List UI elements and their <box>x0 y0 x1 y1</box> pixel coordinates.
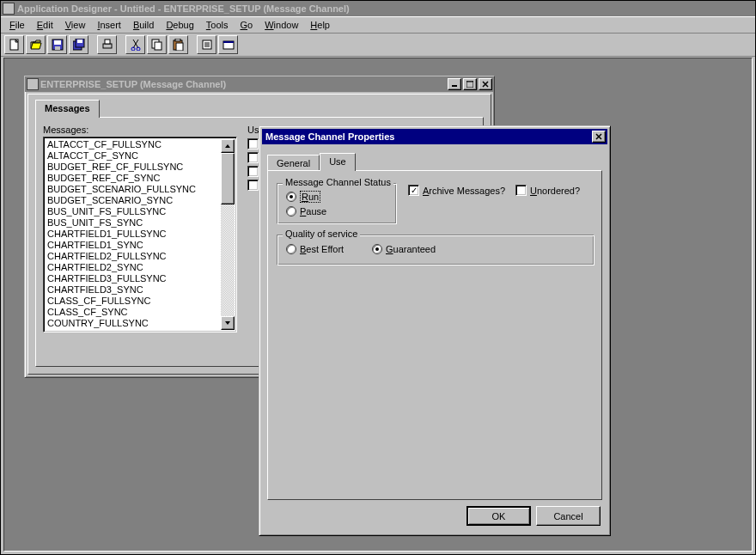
unordered-checkbox[interactable] <box>515 185 527 196</box>
qos-groupbox: Quality of service Best Effort Guarantee… <box>277 235 594 265</box>
radio-pause[interactable]: Pause <box>286 206 326 217</box>
messages-list-content: ALTACCT_CF_FULLSYNCALTACCT_CF_SYNCBUDGET… <box>46 139 221 330</box>
tab-use[interactable]: Use <box>320 153 356 171</box>
radio-best-effort[interactable]: Best Effort <box>286 244 344 254</box>
tb-props-icon[interactable] <box>197 35 216 54</box>
close-button[interactable] <box>479 78 492 90</box>
svg-rect-3 <box>55 46 60 50</box>
svg-rect-2 <box>54 40 61 45</box>
menu-file[interactable]: File <box>4 18 30 32</box>
app-icon <box>3 3 15 15</box>
tb-build-icon[interactable] <box>218 35 238 54</box>
list-item[interactable]: BUDGET_REF_CF_SYNC <box>46 173 221 184</box>
status-legend: Message Channel Status <box>283 177 393 187</box>
child-tabstrip: Messages <box>35 100 100 118</box>
minimize-button[interactable] <box>448 78 461 90</box>
tb-open-icon[interactable] <box>26 35 46 54</box>
cancel-button[interactable]: Cancel <box>536 506 601 526</box>
list-item[interactable]: ALTACCT_CF_SYNC <box>46 150 221 162</box>
svg-rect-12 <box>155 42 162 50</box>
menu-tools[interactable]: Tools <box>201 18 234 32</box>
tab-messages[interactable]: Messages <box>35 100 100 118</box>
list-item[interactable]: BUS_UNIT_FS_FULLSYNC <box>46 206 221 217</box>
archive-checkbox[interactable]: ✓ <box>408 185 419 196</box>
toolbar <box>1 33 755 57</box>
list-item[interactable]: CHARTFIELD3_FULLSYNC <box>46 273 221 284</box>
svg-rect-21 <box>223 41 234 43</box>
main-title: Application Designer - Untitled - ENTERP… <box>17 3 753 14</box>
dialog-tabstrip: General Use <box>267 153 356 171</box>
list-item[interactable]: CHARTFIELD2_FULLSYNC <box>46 251 221 262</box>
list-item[interactable]: CHARTFIELD2_SYNC <box>46 262 221 273</box>
tb-paste-icon[interactable] <box>168 35 188 54</box>
qos-legend: Quality of service <box>283 229 360 239</box>
messages-scrollbar[interactable] <box>221 139 235 330</box>
svg-rect-7 <box>103 44 112 48</box>
list-item[interactable]: CLASS_CF_SYNC <box>46 307 221 318</box>
tb-new-icon[interactable] <box>4 35 24 54</box>
list-item[interactable]: ALTACCT_CF_FULLSYNC <box>46 139 221 150</box>
dialog-tabpanel: Message Channel Status Run Pause ✓ Archi… <box>267 170 602 500</box>
tab-general[interactable]: General <box>267 155 320 171</box>
dialog-titlebar: Message Channel Properties <box>262 129 607 144</box>
scroll-up-button[interactable] <box>221 139 235 153</box>
tb-save-icon[interactable] <box>47 35 67 54</box>
menu-window[interactable]: Window <box>259 18 303 32</box>
radio-guaranteed-circle <box>372 244 382 254</box>
list-item[interactable]: BUDGET_SCENARIO_FULLSYNC <box>46 184 221 195</box>
dialog-body: General Use Message Channel Status Run P… <box>262 146 607 533</box>
list-item[interactable]: CHARTFIELD3_SYNC <box>46 284 221 296</box>
menu-help[interactable]: Help <box>305 18 335 32</box>
main-titlebar: Application Designer - Untitled - ENTERP… <box>1 1 755 16</box>
svg-rect-6 <box>77 40 82 43</box>
menu-view[interactable]: View <box>60 18 91 32</box>
menu-go[interactable]: Go <box>235 18 259 32</box>
menu-insert[interactable]: Insert <box>92 18 126 32</box>
radio-guaranteed[interactable]: Guaranteed <box>372 244 436 254</box>
list-item[interactable]: COUNTRY_FULLSYNC <box>46 318 221 329</box>
list-item[interactable]: CHARTFIELD1_FULLSYNC <box>46 229 221 240</box>
radio-pause-circle <box>286 206 296 217</box>
tb-saveall-icon[interactable] <box>69 35 88 54</box>
radio-run-circle <box>286 192 296 202</box>
maximize-button[interactable] <box>463 78 477 90</box>
dialog-title: Message Channel Properties <box>265 131 590 142</box>
unordered-checkbox-row[interactable]: Unordered? <box>515 185 580 196</box>
ok-button[interactable]: OK <box>466 506 531 526</box>
svg-rect-14 <box>176 43 183 51</box>
used-check-3[interactable] <box>247 166 259 177</box>
tb-cut-icon[interactable] <box>125 35 145 54</box>
child-icon <box>27 78 39 90</box>
menu-debug[interactable]: Debug <box>161 18 198 32</box>
radio-best-effort-circle <box>286 244 296 254</box>
svg-rect-15 <box>175 39 180 41</box>
used-check-4[interactable] <box>247 180 259 191</box>
used-check-2[interactable] <box>247 152 259 163</box>
child-title: ENTERPRISE_SETUP (Message Channel) <box>40 79 446 89</box>
dialog-close-button[interactable] <box>592 131 606 143</box>
list-item[interactable]: BUS_UNIT_FS_SYNC <box>46 217 221 229</box>
menu-build[interactable]: Build <box>128 18 159 32</box>
status-groupbox: Message Channel Status Run Pause <box>277 183 397 224</box>
scroll-thumb[interactable] <box>221 153 235 204</box>
child-titlebar: ENTERPRISE_SETUP (Message Channel) <box>25 76 494 92</box>
list-item[interactable]: CHARTFIELD1_SYNC <box>46 240 221 251</box>
svg-rect-8 <box>105 40 110 44</box>
tb-copy-icon[interactable] <box>147 35 167 54</box>
messages-label: Messages: <box>43 125 88 135</box>
properties-dialog: Message Channel Properties General Use M… <box>259 125 611 536</box>
archive-checkbox-row[interactable]: ✓ Archive Messages? <box>408 185 505 196</box>
menu-edit[interactable]: Edit <box>32 18 58 32</box>
dialog-button-row: OK Cancel <box>466 506 601 526</box>
list-item[interactable]: BUDGET_SCENARIO_SYNC <box>46 195 221 206</box>
scroll-down-button[interactable] <box>221 316 235 330</box>
radio-run[interactable]: Run <box>286 191 320 203</box>
messages-listbox[interactable]: ALTACCT_CF_FULLSYNCALTACCT_CF_SYNCBUDGET… <box>43 137 237 332</box>
menubar: File Edit View Insert Build Debug Tools … <box>1 16 755 33</box>
used-check-1[interactable] <box>247 138 259 149</box>
list-item[interactable]: CLASS_CF_FULLSYNC <box>46 296 221 307</box>
tb-print-icon[interactable] <box>97 35 117 54</box>
list-item[interactable]: BUDGET_REF_CF_FULLSYNC <box>46 162 221 173</box>
